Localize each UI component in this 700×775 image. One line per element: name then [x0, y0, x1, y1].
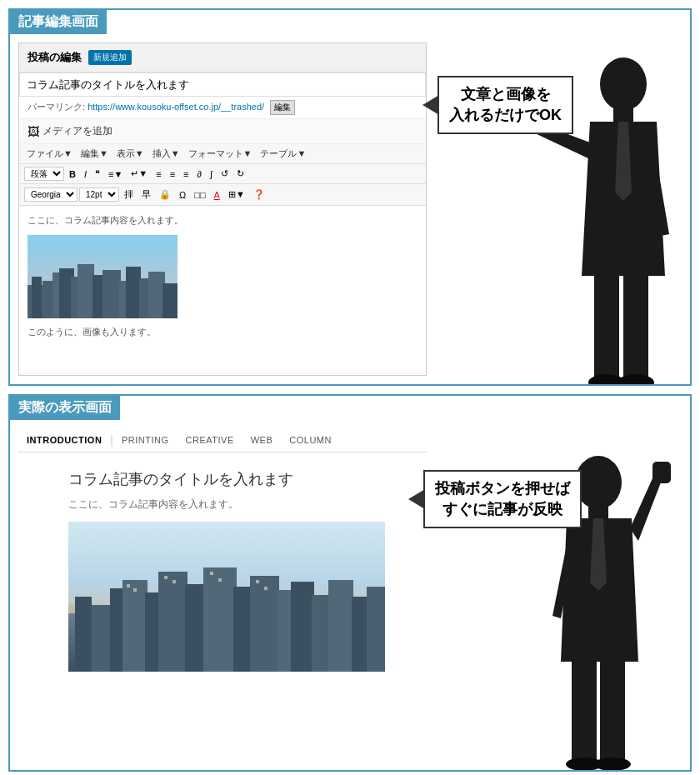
svg-rect-19: [623, 272, 648, 380]
callout-top-text: 文章と画像を入れるだけでOK: [449, 86, 562, 123]
btn-italic[interactable]: I: [81, 168, 90, 181]
svg-rect-39: [352, 597, 368, 672]
nav-printing[interactable]: PRINTING: [113, 433, 178, 447]
btn-font-4[interactable]: Ω: [176, 188, 189, 202]
btn-indent[interactable]: ↵▼: [128, 167, 151, 181]
wp-font-bar: Georgia 12pt 拝 早 🔒 Ω □□ A ⊞▼ ❓: [19, 184, 426, 206]
svg-point-21: [618, 374, 654, 386]
svg-rect-25: [75, 597, 92, 672]
wp-editor-placeholder: ここに、コラム記事内容を入れます。: [28, 214, 418, 227]
svg-rect-51: [652, 462, 671, 483]
btn-align-left[interactable]: ≡: [152, 168, 164, 181]
svg-rect-11: [126, 267, 141, 318]
svg-point-55: [594, 758, 631, 770]
wp-editor-caption: このように、画像も入ります。: [28, 326, 418, 338]
wp-toolbar-row1: ファイル▼ 編集▼ 表示▼ 挿入▼ フォーマット▼ テーブル▼: [19, 144, 426, 164]
btn-font-2[interactable]: 早: [138, 187, 154, 202]
svg-rect-26: [92, 605, 112, 672]
nav-column[interactable]: COLUMN: [281, 433, 340, 447]
permalink-edit-btn[interactable]: 編集: [270, 100, 295, 115]
svg-rect-33: [233, 587, 252, 672]
wp-title-input[interactable]: [19, 72, 426, 97]
btn-link[interactable]: ∂: [193, 168, 204, 181]
svg-rect-34: [250, 576, 279, 672]
wp-permalink-row: パーマリンク: https://www.kousoku-offset.co.jp…: [19, 97, 426, 119]
btn-help[interactable]: ❓: [250, 188, 268, 202]
callout-top: 文章と画像を入れるだけでOK: [438, 76, 573, 134]
section-display-screen: 実際の表示画面 INTRODUCTION | PRINTING CREATIVE…: [8, 394, 692, 772]
nav-introduction[interactable]: INTRODUCTION: [18, 433, 110, 447]
btn-font-3[interactable]: 🔒: [156, 188, 174, 202]
btn-font-color[interactable]: A: [211, 188, 223, 202]
font-select[interactable]: Georgia: [24, 188, 78, 202]
svg-rect-7: [78, 264, 94, 318]
btn-font-1[interactable]: 拝: [121, 187, 137, 202]
wp-media-btn[interactable]: 🖼 メディアを追加: [19, 119, 426, 144]
font-size-select[interactable]: 12pt: [79, 188, 119, 202]
toolbar-file[interactable]: ファイル▼: [24, 147, 75, 161]
svg-rect-30: [158, 572, 188, 672]
media-icon: 🖼: [28, 125, 39, 138]
svg-rect-40: [367, 587, 385, 672]
svg-rect-9: [102, 270, 121, 318]
section-display-content: INTRODUCTION | PRINTING CREATIVE WEB COL…: [10, 420, 690, 770]
svg-rect-37: [312, 595, 330, 672]
format-select[interactable]: 段落: [24, 167, 64, 181]
svg-rect-38: [328, 580, 353, 672]
svg-rect-45: [210, 572, 213, 575]
svg-point-49: [575, 456, 622, 509]
toolbar-insert[interactable]: 挿入▼: [150, 147, 182, 161]
toolbar-edit[interactable]: 編集▼: [78, 147, 111, 161]
callout-bottom-text: 投稿ボタンを押せばすぐに記事が反映: [435, 480, 570, 518]
website-preview: INTRODUCTION | PRINTING CREATIVE WEB COL…: [18, 428, 427, 762]
toolbar-table[interactable]: テーブル▼: [258, 147, 308, 161]
svg-rect-42: [133, 588, 137, 592]
btn-align-center[interactable]: ≡: [167, 168, 178, 181]
svg-rect-18: [594, 272, 619, 380]
wp-new-button[interactable]: 新規追加: [88, 50, 132, 65]
svg-rect-44: [172, 580, 176, 583]
city-image-small: [28, 235, 178, 318]
media-btn-label: メディアを追加: [42, 124, 112, 138]
svg-rect-41: [127, 584, 130, 588]
site-nav: INTRODUCTION | PRINTING CREATIVE WEB COL…: [18, 428, 427, 452]
wp-format-bar: 段落 B I ❝ ≡▼ ↵▼ ≡ ≡ ≡ ∂ ∫ ↺ ↻: [19, 164, 426, 184]
nav-web[interactable]: WEB: [242, 433, 282, 447]
nav-creative[interactable]: CREATIVE: [178, 433, 242, 447]
btn-table-insert[interactable]: ⊞▼: [225, 188, 248, 202]
svg-rect-14: [162, 283, 178, 318]
btn-quote[interactable]: ❝: [92, 167, 103, 181]
wp-editor-title: 投稿の編集: [28, 50, 82, 65]
svg-rect-32: [203, 568, 237, 672]
section-edit-title: 記事編集画面: [18, 14, 98, 28]
city-image-large: [68, 522, 385, 672]
btn-font-5[interactable]: □□: [191, 188, 208, 202]
article-title: コラム記事のタイトルを入れます: [18, 452, 427, 498]
svg-rect-48: [264, 587, 268, 590]
article-text: ここに、コラム記事内容を入れます。: [68, 498, 410, 512]
toolbar-format[interactable]: フォーマット▼: [186, 147, 255, 161]
section-edit-header: 記事編集画面: [10, 10, 107, 34]
svg-rect-43: [164, 576, 168, 579]
svg-rect-47: [256, 580, 259, 583]
section-edit-content: 投稿の編集 新規追加 パーマリンク: https://www.kousoku-o…: [10, 34, 690, 384]
btn-undo[interactable]: ↺: [218, 167, 232, 181]
section-display-header: 実際の表示画面: [10, 396, 120, 420]
callout-bottom: 投稿ボタンを押せばすぐに記事が反映: [423, 470, 582, 528]
btn-unlink[interactable]: ∫: [207, 168, 216, 181]
wp-editor-header: 投稿の編集 新規追加: [19, 43, 426, 72]
wp-editor-body[interactable]: ここに、コラム記事内容を入れます。: [19, 206, 426, 372]
svg-point-15: [600, 58, 647, 111]
svg-rect-46: [218, 578, 222, 582]
permalink-url[interactable]: https://www.kousoku-offset.co.jp/__trash…: [88, 102, 264, 112]
btn-align-right[interactable]: ≡: [180, 168, 192, 181]
svg-rect-36: [291, 582, 314, 672]
wp-editor-mock: 投稿の編集 新規追加 パーマリンク: https://www.kousoku-o…: [18, 42, 427, 376]
article-body: ここに、コラム記事内容を入れます。: [18, 498, 427, 683]
svg-rect-53: [600, 658, 625, 762]
section-edit-screen: 記事編集画面 投稿の編集 新規追加 パーマリンク: https://www.ko…: [8, 8, 692, 386]
toolbar-view[interactable]: 表示▼: [114, 147, 147, 161]
btn-bold[interactable]: B: [66, 168, 79, 181]
btn-redo[interactable]: ↻: [233, 167, 248, 181]
btn-list[interactable]: ≡▼: [105, 168, 126, 181]
